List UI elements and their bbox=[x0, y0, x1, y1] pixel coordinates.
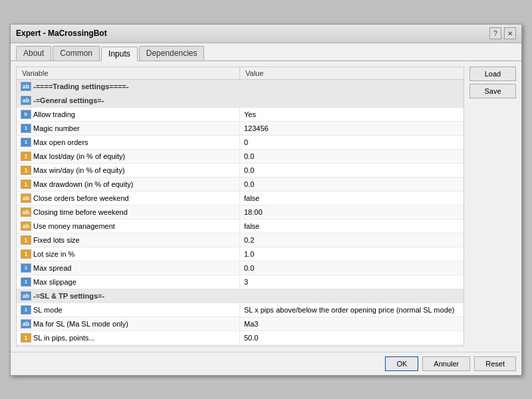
ab-icon: ab bbox=[21, 96, 31, 105]
num2-icon: 1 bbox=[21, 235, 31, 245]
value-cell: 123456 bbox=[240, 122, 464, 135]
table-row[interactable]: 1Max win/day (in % of equity)0.0 bbox=[17, 164, 464, 178]
table-body[interactable]: ab-====Trading settings====-ab-=General … bbox=[17, 80, 464, 346]
value-cell: 0.0 bbox=[240, 178, 464, 191]
variable-cell: 1SL in pips, points... bbox=[17, 331, 240, 344]
table-row[interactable]: 1Max open orders0 bbox=[17, 136, 464, 150]
tab-dependencies[interactable]: Dependencies bbox=[139, 46, 205, 61]
num2-icon: 1 bbox=[21, 152, 31, 161]
save-button[interactable]: Save bbox=[469, 84, 516, 98]
variable-cell: abMa for SL (Ma SL mode only) bbox=[17, 317, 240, 331]
variable-name: Max spread bbox=[33, 264, 71, 272]
value-cell: 0.0 bbox=[240, 150, 464, 163]
variable-name: Max win/day (in % of equity) bbox=[33, 166, 125, 174]
cancel-button[interactable]: Annuler bbox=[422, 356, 470, 371]
table-row[interactable]: 1SL in pips, points...50.0 bbox=[17, 331, 464, 345]
value-cell: 0.2 bbox=[240, 233, 464, 247]
variable-name: Closing time before weekend bbox=[33, 208, 128, 216]
variable-name: Use money management bbox=[33, 222, 115, 230]
table-row[interactable]: 1TP in pips, points...100.0 bbox=[17, 345, 464, 346]
tab-common[interactable]: Common bbox=[53, 46, 100, 61]
table-row[interactable]: 1Magic number123456 bbox=[17, 122, 464, 136]
ab-icon: ab bbox=[21, 291, 31, 301]
col-value: Value bbox=[240, 67, 464, 79]
ab-icon: ab bbox=[21, 319, 31, 329]
variable-name: -=General settings=- bbox=[33, 96, 104, 104]
tab-about[interactable]: About bbox=[16, 46, 51, 61]
variable-name: SL in pips, points... bbox=[33, 334, 95, 342]
load-button[interactable]: Load bbox=[469, 66, 516, 81]
variable-name: Max slippage bbox=[33, 278, 76, 286]
help-button[interactable]: ? bbox=[489, 27, 501, 39]
table-row[interactable]: 1Max lost/day (in % of equity)0.0 bbox=[17, 150, 464, 164]
ab-icon: ab bbox=[21, 82, 31, 91]
value-cell: Yes bbox=[240, 108, 464, 121]
variable-name: -=SL & TP settings=- bbox=[33, 292, 104, 300]
ab2-icon: ab bbox=[21, 221, 31, 231]
num-icon: 1 bbox=[21, 124, 31, 133]
ab2-icon: ab bbox=[21, 194, 31, 203]
reset-button[interactable]: Reset bbox=[474, 356, 516, 371]
value-cell: false bbox=[240, 192, 464, 205]
num-icon: 1 bbox=[21, 277, 31, 287]
variable-cell: ab-=General settings=- bbox=[17, 94, 240, 107]
close-button[interactable]: ✕ bbox=[504, 27, 516, 39]
variable-cell: abClosing time before weekend bbox=[17, 205, 240, 219]
value-cell bbox=[240, 289, 464, 303]
variable-cell: bAllow trading bbox=[17, 108, 240, 121]
table-row[interactable]: abUse money managementfalse bbox=[17, 219, 464, 233]
variable-cell: 1Max win/day (in % of equity) bbox=[17, 164, 240, 177]
table-row[interactable]: abMa for SL (Ma SL mode only)Ma3 bbox=[17, 317, 464, 331]
value-cell: 0.0 bbox=[240, 164, 464, 177]
variable-cell: 1Max lost/day (in % of equity) bbox=[17, 150, 240, 163]
ok-button[interactable]: OK bbox=[385, 356, 418, 371]
num-icon: 1 bbox=[21, 263, 31, 273]
table-row[interactable]: 1Fixed lots size0.2 bbox=[17, 233, 464, 247]
table-row[interactable]: ab-====Trading settings====- bbox=[17, 80, 464, 94]
variable-name: Close orders before weekend bbox=[33, 194, 129, 202]
table-row[interactable]: bAllow tradingYes bbox=[17, 108, 464, 122]
variable-cell: ab-=SL & TP settings=- bbox=[17, 289, 240, 303]
variable-cell: 1Fixed lots size bbox=[17, 233, 240, 247]
variable-name: SL mode bbox=[33, 306, 63, 314]
variable-name: Ma for SL (Ma SL mode only) bbox=[33, 320, 128, 328]
variable-cell: 1TP in pips, points... bbox=[17, 345, 240, 346]
num-icon: 1 bbox=[21, 305, 31, 315]
table-row[interactable]: ab-=General settings=- bbox=[17, 94, 464, 108]
title-bar-controls: ? ✕ bbox=[489, 27, 516, 39]
variable-cell: 1Max spread bbox=[17, 261, 240, 275]
table-row[interactable]: abClosing time before weekend18:00 bbox=[17, 205, 464, 219]
ab2-icon: ab bbox=[21, 207, 31, 217]
value-cell: 50.0 bbox=[240, 331, 464, 344]
value-cell bbox=[240, 80, 464, 93]
table-row[interactable]: 1Max spread0.0 bbox=[17, 261, 464, 275]
variable-cell: 1Max drawdown (in % of equity) bbox=[17, 178, 240, 191]
table-row[interactable]: abClose orders before weekendfalse bbox=[17, 192, 464, 205]
col-variable: Variable bbox=[17, 67, 240, 79]
value-cell: 1.0 bbox=[240, 247, 464, 261]
num2-icon: 1 bbox=[21, 180, 31, 189]
table-row[interactable]: 1Lot size in %1.0 bbox=[17, 247, 464, 261]
variables-table: Variable Value ab-====Trading settings==… bbox=[16, 66, 464, 346]
bool-icon: b bbox=[21, 110, 31, 119]
variable-cell: ab-====Trading settings====- bbox=[17, 80, 240, 93]
window-title: Expert - MaCrossingBot bbox=[16, 29, 107, 38]
table-row[interactable]: 1Max slippage3 bbox=[17, 275, 464, 289]
value-cell: Ma3 bbox=[240, 317, 464, 331]
variable-cell: 1Lot size in % bbox=[17, 247, 240, 261]
table-row[interactable]: 1SL modeSL x pips above/below the order … bbox=[17, 303, 464, 317]
variable-cell: abUse money management bbox=[17, 219, 240, 233]
value-cell: 0 bbox=[240, 136, 464, 149]
side-buttons: Load Save bbox=[469, 66, 516, 346]
variable-cell: 1Magic number bbox=[17, 122, 240, 135]
variable-name: Magic number bbox=[33, 124, 80, 132]
variable-cell: abClose orders before weekend bbox=[17, 192, 240, 205]
value-cell: false bbox=[240, 219, 464, 233]
table-row[interactable]: ab-=SL & TP settings=- bbox=[17, 289, 464, 303]
value-cell: SL x pips above/below the order opening … bbox=[240, 303, 464, 317]
num2-icon: 1 bbox=[21, 166, 31, 175]
tab-inputs[interactable]: Inputs bbox=[101, 47, 138, 61]
variable-cell: 1Max slippage bbox=[17, 275, 240, 289]
variable-name: Max open orders bbox=[33, 138, 88, 146]
table-row[interactable]: 1Max drawdown (in % of equity)0.0 bbox=[17, 178, 464, 192]
